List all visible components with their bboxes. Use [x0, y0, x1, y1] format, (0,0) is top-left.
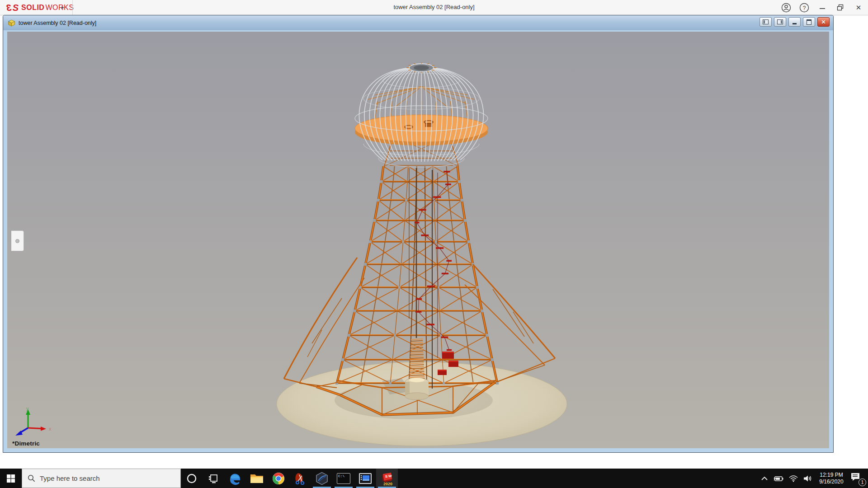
orientation-triad: y x: [10, 402, 60, 438]
featuremanager-collapsed-tab[interactable]: [11, 230, 24, 251]
system-tray: 12:19 PM 9/16/2020 1: [760, 469, 868, 488]
action-center-button[interactable]: 1: [850, 472, 865, 485]
document-titlebar[interactable]: tower Assembly 02 [Read-only] ✕: [3, 15, 833, 30]
start-button[interactable]: [0, 469, 22, 488]
tray-time: 12:19 PM: [817, 472, 845, 479]
view-orientation-label: *Dimetric: [12, 440, 40, 447]
edge-button[interactable]: [224, 469, 246, 488]
tower-3d-model: [7, 32, 829, 448]
search-icon: [28, 474, 35, 482]
taskbar-empty-area: [398, 469, 760, 488]
svg-text:S: S: [385, 474, 388, 479]
scissors-app-icon: [294, 472, 307, 485]
task-view-button[interactable]: [203, 469, 224, 488]
app-title: tower Assembly 02 [Read-only]: [0, 4, 868, 10]
triad-y-label: y: [26, 406, 29, 411]
search-placeholder: Type here to search: [40, 474, 100, 482]
svg-text:W: W: [388, 474, 392, 478]
help-icon[interactable]: ?: [798, 2, 810, 14]
viewport-frame: y x *Dimetric: [3, 30, 833, 452]
volume-icon[interactable]: [803, 475, 813, 482]
wifi-icon[interactable]: [788, 475, 798, 482]
edge-icon: [228, 472, 242, 485]
triad-x-label: x: [49, 426, 52, 432]
task-view-icon: [208, 473, 219, 484]
restore-icon[interactable]: [835, 2, 846, 14]
doc-pane-left-button[interactable]: [760, 17, 772, 27]
solidworks-year-badge: 2020: [383, 482, 392, 486]
snipping-app-button[interactable]: [289, 469, 311, 488]
chrome-button[interactable]: [268, 469, 289, 488]
doc-pane-right-button[interactable]: [774, 17, 786, 27]
app-titlebar: 3 S SOLIDWORKS ▸ tower Assembly 02 [Read…: [0, 0, 868, 15]
cortana-button[interactable]: [181, 469, 203, 488]
notification-count-badge: 1: [859, 479, 866, 486]
cortana-icon: [186, 473, 197, 484]
media-app-button[interactable]: [354, 469, 376, 488]
doc-restore-button[interactable]: [803, 17, 815, 27]
document-title: tower Assembly 02 [Read-only]: [19, 20, 96, 26]
close-icon[interactable]: ✕: [853, 2, 864, 14]
hexagon-app-icon: [315, 472, 329, 485]
tray-date: 9/16/2020: [817, 479, 845, 485]
file-explorer-icon: [250, 473, 264, 484]
doc-close-button[interactable]: ✕: [817, 17, 830, 27]
taskbar: Type here to search: [0, 469, 868, 488]
graphics-viewport[interactable]: y x *Dimetric: [7, 32, 829, 448]
battery-icon[interactable]: [773, 475, 784, 482]
featuremanager-tab-dot: [15, 239, 19, 243]
taskbar-search-input[interactable]: Type here to search: [22, 469, 181, 488]
command-prompt-icon: C:\: [337, 473, 350, 484]
document-window: tower Assembly 02 [Read-only] ✕ y x *Di: [3, 15, 834, 453]
composer-button[interactable]: [311, 469, 333, 488]
doc-minimize-button[interactable]: [788, 17, 801, 27]
file-explorer-button[interactable]: [246, 469, 268, 488]
minimize-icon[interactable]: [816, 2, 828, 14]
taskbar-clock[interactable]: 12:19 PM 9/16/2020: [817, 472, 845, 485]
svg-text:?: ?: [803, 5, 806, 11]
desktop: { "app": { "brand_3": "3", "brand_s": "S…: [0, 0, 868, 488]
command-prompt-button[interactable]: C:\: [333, 469, 354, 488]
assembly-cube-icon: [8, 19, 15, 27]
account-icon[interactable]: [780, 2, 792, 14]
tray-chevron-icon[interactable]: [760, 475, 769, 482]
media-app-icon: [359, 473, 372, 484]
solidworks-taskbar-button[interactable]: S W 2020: [376, 469, 398, 488]
chrome-icon: [272, 472, 285, 485]
